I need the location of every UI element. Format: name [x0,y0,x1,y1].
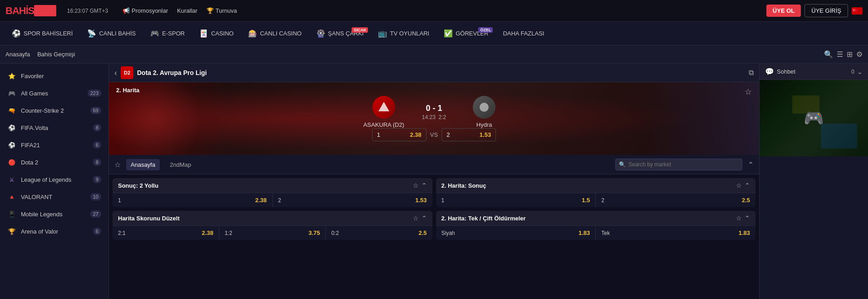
odd-item-sonuc-1[interactable]: 1 2.38 [113,193,273,207]
tab-home[interactable]: Anasayfa [126,159,160,170]
quick-odds-team2[interactable]: 2 1.53 [441,128,496,141]
copy-button[interactable]: ⧉ [749,69,754,77]
live-betting-icon: 📡 [87,29,96,38]
odd-value-tek-cift-2: 1.83 [739,229,750,236]
chat-header[interactable]: 💬 Sohbet 0 ⌄ [760,64,868,80]
market-search-area: 🔍 [615,159,742,170]
team2-side: Hydra [457,96,511,128]
sub-navigation: Anasayfa Bahis Geçmişi 🔍 ☰ ⊞ ⚙ [0,45,868,64]
language-flag[interactable]: 🇹🇷 [852,7,863,15]
banner-art-right [641,82,759,155]
odd-label-harita-sonuc-2: 2 [601,197,604,204]
sidebar-item-dota2[interactable]: 🔴 Dota 2 8 [0,154,108,171]
sidebar-item-mobile-legends[interactable]: 📱 Mobile Legends 27 [0,205,108,223]
register-button[interactable]: ÜYE OL [766,5,801,17]
content-area: ⭐ Favoriler 🎮 All Games 223 🔫 Counter-St… [0,64,868,299]
sidebar-item-fifa-volta[interactable]: ⚽ FIFA.Volta 8 [0,119,108,136]
odd-item-tek-cift-2[interactable]: Tek 1.83 [596,225,755,240]
nav-more[interactable]: DAHA FAZLASI [496,26,550,40]
sidebar-item-arena-of-valor[interactable]: 🏆 Arena of Valor 6 [0,223,108,240]
arena-of-valor-icon: 🏆 [7,227,16,236]
odd-value-harita-sonuc-2: 2.5 [742,197,750,204]
mobile-legends-count: 27 [90,210,101,218]
sidebar-item-valorant[interactable]: 🔺 VALORANT 10 [0,188,108,205]
market-title-tek-cift: 2. Harita: Tek / Çift Öldürmeler [441,215,734,222]
market-collapse-sonuc-2-yollu[interactable]: ⌃ [422,182,427,189]
nav-casino[interactable]: 🃏 CASINO [193,25,240,41]
odd-item-sonuc-2[interactable]: 2 1.53 [273,193,432,207]
market-collapse-tek-cift[interactable]: ⌃ [745,214,750,222]
dota2-icon: 🔴 [7,158,16,167]
settings-icon[interactable]: ⚙ [856,50,863,59]
nav-tv-games[interactable]: 📺 TV OYUNLARI [372,25,436,41]
sidebar-item-all-games[interactable]: 🎮 All Games 223 [0,85,108,102]
casino-icon: 🃏 [199,29,208,38]
match-title: Dota 2. Avrupa Pro Ligi [137,69,207,76]
market-card-harita-skor: Harita Skorunu Düzelt ☆ ⌃ 2:1 2.38 1:2 3… [113,211,432,240]
nav-live-betting[interactable]: 📡 CANLI BAHİS [81,25,142,41]
market-card-sonuc-2-yollu: Sonuç: 2 Yollu ☆ ⌃ 1 2.38 2 1.53 [113,178,432,207]
nav-lucky-wheel[interactable]: 🎡 ŞANS ÇARKI SICAK [310,25,370,41]
nav-esports[interactable]: 🎮 E-SPOR [144,25,191,41]
match-favorite-button[interactable]: ☆ [745,87,752,97]
market-header-harita-skor: Harita Skorunu Düzelt ☆ ⌃ [113,211,432,225]
odd-label-tek-cift-1: Siyah [441,230,455,236]
dota2-count: 8 [93,159,101,166]
market-search-icon: 🔍 [619,161,626,168]
sidebar-item-cs2[interactable]: 🔫 Counter-Strike 2 69 [0,102,108,119]
sidebar: ⭐ Favoriler 🎮 All Games 223 🔫 Counter-St… [0,64,109,299]
odd-item-harita-sonuc-2[interactable]: 2 2.5 [596,193,755,207]
favorites-icon: ⭐ [7,71,16,80]
sidebar-item-fifa21[interactable]: ⚽ FIFA21 6 [0,136,108,154]
market-collapse-harita-skor[interactable]: ⌃ [422,214,427,222]
collapse-all-button[interactable]: ⌃ [748,160,754,169]
market-collapse-harita-sonuc[interactable]: ⌃ [745,182,750,189]
quick-odds-team1[interactable]: 1 2.38 [372,128,427,141]
dota-league-icon: D2 [121,66,133,79]
tournament-label: Turnuva [216,7,237,14]
rules-link[interactable]: Kurallar [173,5,201,16]
logo-text: BAHİS [5,5,34,16]
market-search-input[interactable] [615,159,742,170]
back-button[interactable]: ‹ [114,68,117,78]
odd-item-harita-sonuc-1[interactable]: 1 1.5 [436,193,596,207]
odd-value-harita-skor-1: 2.38 [202,229,213,236]
market-favorite-sonuc-2-yollu[interactable]: ☆ [413,182,419,189]
logo[interactable]: BAHİSBEY [5,5,56,17]
market-odds-harita-skor: 2:1 2.38 1:2 3.75 0:2 2.5 [113,225,432,240]
login-button[interactable]: ÜYE GİRİŞ [804,4,848,17]
svg-marker-0 [378,102,389,111]
grid-view-icon[interactable]: ⊞ [847,50,853,59]
esports-icon: 🎮 [150,29,159,38]
all-games-count: 223 [88,90,101,97]
promotions-link[interactable]: 📢 Promosyonlar [119,5,172,16]
odd-item-harita-skor-1[interactable]: 2:1 2.38 [113,225,219,240]
nav-live-casino[interactable]: 🎰 CANLI CASINO [242,25,308,41]
market-favorite-harita-skor[interactable]: ☆ [413,214,419,222]
odd-item-tek-cift-1[interactable]: Siyah 1.83 [436,225,596,240]
subnav-bet-history[interactable]: Bahis Geçmişi [37,49,75,60]
live-casino-label: CANLI CASINO [260,30,302,37]
market-favorite-harita-sonuc[interactable]: ☆ [736,182,742,189]
tournament-link[interactable]: 🏆 Turnuva [203,5,240,16]
odd-item-harita-skor-2[interactable]: 1:2 3.75 [219,225,326,240]
subnav-home[interactable]: Anasayfa [5,49,30,60]
quick-odds-row: 1 2.38 VS 2 1.53 [372,128,496,141]
nav-tasks[interactable]: ✅ GÖREVLER ÖZEL [437,25,495,41]
promo-icon: 📢 [123,7,130,14]
chat-expand-icon[interactable]: ⌄ [857,68,863,75]
list-view-icon[interactable]: ☰ [837,50,843,59]
sidebar-item-lol[interactable]: ⚔ League of Legends 9 [0,171,108,188]
market-favorite-tek-cift[interactable]: ☆ [736,214,742,222]
sidebar-label-cs2: Counter-Strike 2 [21,107,86,114]
match-score: 0 - 1 [426,104,442,113]
odd-item-harita-skor-3[interactable]: 0:2 2.5 [326,225,432,240]
search-icon[interactable]: 🔍 [824,50,833,59]
sidebar-item-favorites[interactable]: ⭐ Favoriler [0,67,108,85]
chat-title: Sohbet [777,68,848,75]
nav-sports[interactable]: ⚽ SPOR BAHİSLERİ [5,25,79,41]
sidebar-label-arena-of-valor: Arena of Valor [21,228,88,235]
tab-2ndmap[interactable]: 2ndMap [165,159,196,170]
tab-favorite-button[interactable]: ☆ [114,160,121,169]
vs-section: 0 - 1 14:23 2:2 [422,104,446,120]
